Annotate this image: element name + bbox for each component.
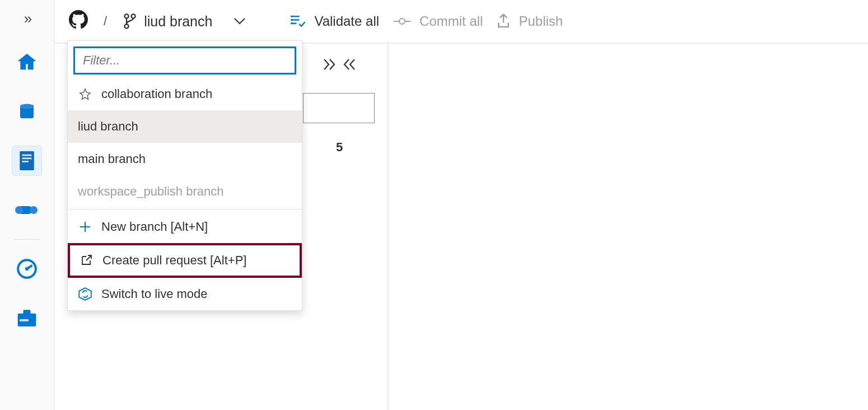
svg-point-15 (125, 24, 129, 28)
github-icon[interactable] (69, 10, 88, 32)
svg-point-9 (25, 267, 29, 271)
dropdown-item-label: Create pull request [Alt+P] (102, 253, 246, 268)
branch-dropdown: collaboration branch liud branch main br… (67, 40, 302, 311)
nav-integrate[interactable] (12, 195, 41, 225)
dropdown-item-label: liud branch (78, 119, 138, 134)
nav-divider (14, 239, 40, 240)
svg-point-6 (15, 206, 23, 214)
collapse-icons[interactable] (322, 58, 356, 74)
dropdown-separator (68, 209, 302, 209)
dropdown-item-create-pr[interactable]: Create pull request [Alt+P] (69, 244, 301, 277)
nav-rail: » (0, 0, 54, 410)
svg-rect-2 (22, 155, 32, 156)
count-badge: 5 (336, 140, 343, 155)
dropdown-item-label: main branch (78, 152, 146, 166)
svg-rect-4 (22, 161, 29, 162)
breadcrumb-separator: / (104, 14, 107, 29)
svg-point-0 (20, 104, 34, 109)
branch-filter-input[interactable] (73, 46, 296, 74)
top-toolbar: / liud branch Validate all Commit all Pu… (54, 0, 868, 44)
svg-rect-12 (20, 319, 29, 322)
plus-icon (78, 220, 92, 234)
dropdown-item-label: workspace_publish branch (78, 184, 224, 199)
expand-nav-icon[interactable]: » (24, 10, 30, 27)
validate-all-button[interactable]: Validate all (290, 13, 379, 29)
svg-rect-3 (22, 157, 32, 159)
svg-point-14 (132, 14, 136, 18)
chevron-down-icon (234, 14, 246, 29)
nav-develop[interactable] (12, 146, 41, 175)
commit-all-button[interactable]: Commit all (393, 13, 483, 29)
text-field[interactable] (303, 93, 375, 123)
nav-monitor[interactable] (12, 254, 41, 283)
dropdown-item-workspace-publish: workspace_publish branch (68, 175, 302, 208)
validate-icon (290, 14, 306, 29)
validate-all-label: Validate all (314, 13, 379, 29)
branch-icon (123, 13, 137, 30)
commit-icon (393, 16, 412, 27)
publish-label: Publish (519, 13, 563, 29)
svg-point-16 (291, 16, 293, 18)
dropdown-item-main[interactable]: main branch (68, 143, 302, 175)
svg-point-19 (399, 18, 405, 24)
dropdown-item-collaboration[interactable]: collaboration branch (68, 78, 302, 110)
dropdown-item-current[interactable]: liud branch (68, 110, 302, 143)
open-external-icon (79, 254, 94, 267)
publish-button[interactable]: Publish (496, 13, 563, 30)
svg-point-7 (30, 206, 38, 214)
svg-point-18 (291, 22, 293, 25)
sync-icon (78, 287, 92, 301)
publish-icon (496, 13, 511, 30)
dropdown-item-label: collaboration branch (101, 87, 212, 101)
dropdown-item-new-branch[interactable]: New branch [Alt+N] (68, 211, 302, 243)
branch-name-label: liud branch (144, 13, 212, 30)
dropdown-item-label: New branch [Alt+N] (101, 220, 208, 234)
nav-data[interactable] (12, 97, 41, 126)
dropdown-item-label: Switch to live mode (101, 287, 208, 301)
nav-home[interactable] (12, 48, 41, 77)
svg-point-17 (291, 19, 293, 21)
svg-point-13 (125, 14, 129, 18)
dropdown-item-switch-live[interactable]: Switch to live mode (68, 278, 302, 310)
svg-rect-11 (23, 310, 30, 314)
nav-manage[interactable] (12, 304, 41, 333)
star-icon (78, 88, 92, 100)
commit-all-label: Commit all (419, 13, 483, 29)
vertical-separator (388, 44, 389, 410)
branch-selector[interactable]: liud branch (123, 13, 246, 30)
